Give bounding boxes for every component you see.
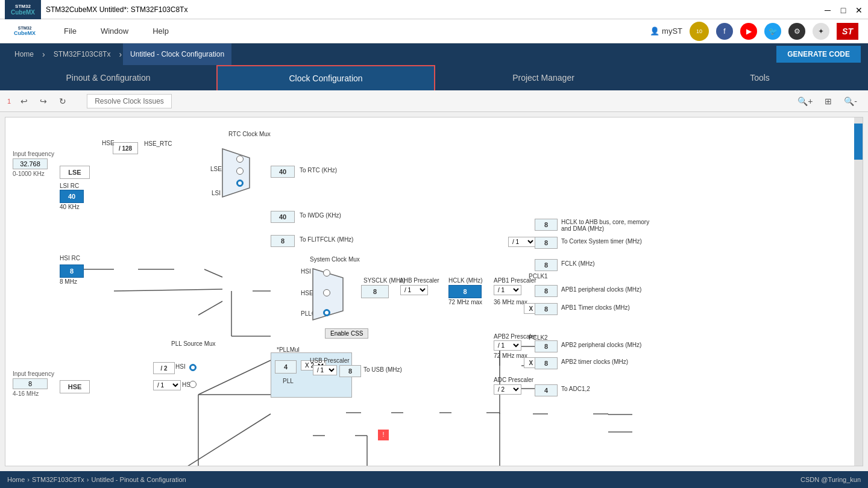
main-content: ! Input frequency 0-1000 KHz LSE LSI RC … bbox=[0, 112, 868, 471]
rtc-radio-lse[interactable] bbox=[236, 167, 244, 175]
tab-bar: Pinout & Configuration Clock Configurati… bbox=[0, 65, 868, 90]
adc-prescaler-select[interactable]: / 2 / 4 / 6 / 8 bbox=[494, 384, 521, 395]
apb1-timer-box[interactable]: 8 bbox=[535, 303, 558, 315]
generate-code-button[interactable]: GENERATE CODE bbox=[776, 46, 861, 63]
watermark: CSDN @Turing_kun bbox=[800, 476, 861, 483]
sys-radio-hsi[interactable] bbox=[323, 269, 330, 277]
rtc-mux-shape bbox=[219, 146, 253, 200]
resolve-clock-button[interactable]: Resolve Clock Issues bbox=[87, 94, 172, 108]
user-button[interactable]: 👤 myST bbox=[650, 27, 682, 36]
apb1-periph-box[interactable]: 8 bbox=[535, 285, 558, 297]
iwdg-value-box[interactable]: 40 bbox=[271, 211, 295, 223]
ahb-prescaler-select[interactable]: / 1 / 2 / 4 bbox=[400, 285, 428, 295]
zoom-out-button[interactable]: 🔍- bbox=[840, 95, 861, 107]
apb2-prescaler-select[interactable]: / 1 / 2 bbox=[494, 340, 521, 351]
usb-prescaler-select[interactable]: / 1 / 1.5 bbox=[313, 365, 337, 375]
hclk-ahb-box[interactable]: 8 bbox=[535, 219, 558, 231]
tab-project[interactable]: Project Manager bbox=[435, 65, 652, 90]
pll-radio-hsi[interactable] bbox=[189, 364, 197, 371]
breadcrumb-bar: Home › STM32F103C8Tx › Untitled - Clock … bbox=[0, 43, 868, 65]
bottom-home[interactable]: Home bbox=[7, 476, 25, 483]
apb2-timer-box[interactable]: 8 bbox=[535, 357, 558, 369]
apb1-timer-label: APB1 Timer clocks (MHz) bbox=[561, 304, 630, 311]
flitf-value-box[interactable]: 8 bbox=[271, 235, 295, 247]
refresh-button[interactable]: ↻ bbox=[55, 95, 70, 107]
rtc-value-box[interactable]: 40 bbox=[271, 166, 295, 178]
pll-val-box[interactable]: 4 bbox=[275, 360, 297, 374]
rtc-radio-lsi[interactable] bbox=[236, 180, 244, 187]
menu-help[interactable]: Help bbox=[153, 27, 169, 36]
minimize-button[interactable]: ─ bbox=[823, 5, 832, 14]
adc-value-box[interactable]: 4 bbox=[535, 384, 558, 396]
bottom-current[interactable]: Untitled - Pinout & Configuration bbox=[92, 476, 186, 483]
fclk-box[interactable]: 8 bbox=[535, 259, 558, 271]
sysclk-box[interactable]: 8 bbox=[361, 285, 389, 298]
lse-box: LSE bbox=[60, 166, 90, 179]
svg-marker-53 bbox=[222, 149, 250, 197]
facebook-icon[interactable]: f bbox=[716, 23, 733, 40]
undo-button[interactable]: ↩ bbox=[17, 95, 31, 107]
menu-logo: STM32 CubeMX bbox=[10, 21, 40, 42]
pclk1-label: PCLK1 bbox=[529, 273, 548, 280]
svg-line-3 bbox=[114, 289, 222, 291]
div128-box: / 128 bbox=[113, 142, 138, 154]
usb-prescaler-label: USB Prescaler bbox=[310, 357, 350, 364]
10yr-icon[interactable]: 10 bbox=[690, 22, 709, 41]
enable-css-button[interactable]: Enable CSS bbox=[325, 328, 368, 339]
hclk-box[interactable]: 8 bbox=[448, 285, 482, 298]
youtube-icon[interactable]: ▶ bbox=[740, 23, 757, 40]
menu-window[interactable]: Window bbox=[101, 27, 128, 36]
hclk-ahb-label: HCLK to AHB bus, core, memory and DMA (M… bbox=[561, 219, 658, 232]
breadcrumb-mcu[interactable]: STM32F103C8Tx bbox=[46, 43, 118, 65]
zoom-in-button[interactable]: 🔍+ bbox=[794, 95, 816, 107]
github-icon[interactable]: ⚙ bbox=[788, 23, 805, 40]
pll-label: PLL bbox=[283, 378, 294, 384]
tab-clock[interactable]: Clock Configuration bbox=[216, 65, 435, 90]
menu-bar: STM32 CubeMX File Window Help 👤 myST 10 … bbox=[0, 19, 868, 43]
bottom-mcu[interactable]: STM32F103C8Tx bbox=[32, 476, 84, 483]
cortex-prescaler-select[interactable]: / 1 bbox=[508, 237, 536, 247]
sys-radio-pll[interactable] bbox=[323, 309, 330, 316]
sys-radio-hse[interactable] bbox=[323, 289, 330, 296]
clock-diagram: ! Input frequency 0-1000 KHz LSE LSI RC … bbox=[5, 117, 863, 466]
redo-button[interactable]: ↪ bbox=[36, 95, 51, 107]
input-freq-2: Input frequency 4-16 MHz bbox=[13, 371, 54, 397]
breadcrumb-home[interactable]: Home bbox=[7, 43, 41, 65]
usb-label: To USB (MHz) bbox=[363, 366, 402, 373]
sys-clk-mux-label: System Clock Mux bbox=[310, 256, 360, 263]
rtc-radio-hse[interactable] bbox=[236, 155, 244, 163]
pll-radio-hse[interactable] bbox=[189, 381, 197, 388]
maximize-button[interactable]: □ bbox=[839, 5, 848, 14]
svg-line-4 bbox=[198, 301, 222, 315]
scrollbar-thumb[interactable] bbox=[854, 124, 863, 160]
svg-line-11 bbox=[114, 414, 271, 466]
input-freq-1: Input frequency 0-1000 KHz bbox=[13, 151, 54, 177]
diagram-svg: ! bbox=[5, 117, 863, 466]
cortex-timer-box[interactable]: 8 bbox=[535, 237, 558, 249]
title-bar: STM32 CubeMX STM32CubeMX Untitled*: STM3… bbox=[0, 0, 868, 19]
cortex-timer-label: To Cortex System timer (MHz) bbox=[561, 238, 642, 245]
hackaday-icon[interactable]: ✦ bbox=[813, 23, 829, 40]
apb2-periph-box[interactable]: 8 bbox=[535, 340, 558, 352]
usb-val-box[interactable]: 8 bbox=[339, 365, 361, 377]
freq-input-2[interactable] bbox=[13, 378, 48, 389]
menu-file[interactable]: File bbox=[64, 27, 77, 36]
fit-button[interactable]: ⊞ bbox=[821, 95, 835, 107]
breadcrumb-current[interactable]: Untitled - Clock Configuration bbox=[123, 43, 231, 65]
fclk-label: FCLK (MHz) bbox=[561, 260, 595, 267]
apb1-prescaler-select[interactable]: / 1 / 2 bbox=[494, 285, 521, 295]
apb1-periph-label: APB1 peripheral clocks (MHz) bbox=[561, 286, 641, 293]
div1-hse-select[interactable]: / 1 bbox=[153, 380, 181, 390]
close-button[interactable]: ✕ bbox=[855, 5, 863, 14]
twitter-icon[interactable]: 🐦 bbox=[764, 23, 781, 40]
vertical-scrollbar[interactable] bbox=[854, 117, 863, 466]
window-title: STM32CubeMX Untitled*: STM32F103C8Tx bbox=[46, 5, 187, 14]
app-logo: STM32 CubeMX bbox=[5, 0, 41, 19]
hclk-max-label: 72 MHz max bbox=[448, 299, 482, 305]
pll-src-mux-label: PLL Source Mux bbox=[171, 340, 216, 347]
tab-pinout[interactable]: Pinout & Configuration bbox=[0, 65, 216, 90]
freq-input-1[interactable] bbox=[13, 158, 48, 169]
tab-tools[interactable]: Tools bbox=[652, 65, 868, 90]
hse-rtc-label: HSE_RTC bbox=[144, 140, 172, 147]
st-logo: ST bbox=[837, 23, 858, 40]
